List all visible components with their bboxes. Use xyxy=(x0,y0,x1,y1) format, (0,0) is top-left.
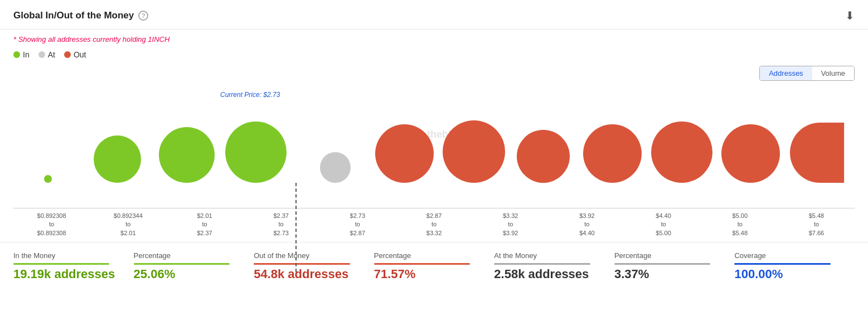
label-2-line3: $2.37 xyxy=(166,229,243,237)
bubble-col-5 xyxy=(370,85,439,183)
legend-at: At xyxy=(38,50,55,59)
bubble-6 xyxy=(443,120,505,183)
label-8-line3: $5.00 xyxy=(625,229,702,237)
label-10-line2: to xyxy=(778,220,855,229)
volume-button[interactable]: Volume xyxy=(812,66,854,80)
addresses-button[interactable]: Addresses xyxy=(759,66,812,81)
stat-in-pct-value: 25.06% xyxy=(134,267,254,281)
stat-in-money-value: 19.19k addresses xyxy=(13,267,134,281)
bubble-11 xyxy=(790,123,850,183)
bubble-col-10 xyxy=(716,85,785,183)
label-2: $2.01 to $2.37 xyxy=(166,212,243,237)
label-1-line2: to xyxy=(90,220,166,229)
bubble-1 xyxy=(94,135,141,183)
label-7-line2: to xyxy=(549,220,625,229)
stat-at-money: At the Money 2.58k addresses xyxy=(494,251,614,281)
bubble-5 xyxy=(375,124,434,183)
legend-at-label: At xyxy=(48,50,55,59)
label-6-line2: to xyxy=(472,220,549,229)
stat-out-pct-value: 71.57% xyxy=(374,267,494,281)
label-3-line1: $2.37 xyxy=(243,212,319,220)
bubble-col-2 xyxy=(152,85,221,183)
label-2-line1: $2.01 xyxy=(166,212,243,220)
label-4-line2: to xyxy=(319,220,396,229)
stats-section: In the Money 19.19k addresses Percentage… xyxy=(0,242,868,290)
bubble-7 xyxy=(517,130,570,183)
bubble-4 xyxy=(320,152,351,183)
bubble-col-7 xyxy=(508,85,578,183)
label-5-line1: $2.87 xyxy=(396,212,472,220)
stat-out-money-label: Out of the Money xyxy=(254,251,374,260)
stat-out-pct-label: Percentage xyxy=(374,251,494,260)
label-1-line1: $0.892344 xyxy=(90,212,166,220)
label-8-line1: $4.40 xyxy=(625,212,702,220)
label-8-line2: to xyxy=(625,220,702,229)
page-title: Global In/Out of the Money xyxy=(13,10,134,21)
stat-out-money-underline xyxy=(254,263,350,265)
label-10: $5.48 to $7.66 xyxy=(778,212,855,237)
header-left: Global In/Out of the Money ? xyxy=(13,10,148,21)
bubble-10 xyxy=(721,124,780,183)
bubble-col-1 xyxy=(83,85,152,183)
stat-out-pct: Percentage 71.57% xyxy=(374,251,494,281)
bubble-9 xyxy=(651,122,712,183)
label-5-line2: to xyxy=(396,220,472,229)
label-5-line3: $3.32 xyxy=(396,229,472,237)
stat-in-pct-underline xyxy=(134,263,230,265)
view-controls: Addresses Volume xyxy=(0,61,868,83)
toggle-button-group: Addresses Volume xyxy=(759,66,855,81)
bubble-8 xyxy=(583,124,642,183)
help-icon[interactable]: ? xyxy=(138,11,148,21)
label-0-line2: to xyxy=(13,220,90,229)
stat-at-money-underline xyxy=(494,263,590,265)
label-1: $0.892344 to $2.01 xyxy=(90,212,166,237)
stat-out-money: Out of the Money 54.8k addresses xyxy=(254,251,374,281)
bubble-2 xyxy=(159,127,215,183)
stat-out-money-value: 54.8k addresses xyxy=(254,267,374,281)
chart-area: Current Price: $2.73 ■ intotheblock xyxy=(0,85,868,208)
label-7-line3: $4.40 xyxy=(549,229,625,237)
labels-row: $0.892308 to $0.892308 $0.892344 to $2.0… xyxy=(0,208,868,237)
stat-in-money-label: In the Money xyxy=(13,251,134,260)
stat-coverage-label: Coverage xyxy=(734,251,855,260)
label-0-line1: $0.892308 xyxy=(13,212,90,220)
legend-in-label: In xyxy=(23,50,30,59)
label-8: $4.40 to $5.00 xyxy=(625,212,702,237)
bubble-col-0 xyxy=(13,85,83,183)
stat-coverage-value: 100.00% xyxy=(734,267,855,281)
label-0-line3: $0.892308 xyxy=(13,229,90,237)
legend-at-dot xyxy=(38,51,45,58)
stat-at-pct-value: 3.37% xyxy=(614,267,735,281)
label-3-line3: $2.73 xyxy=(243,229,319,237)
label-4: $2.73 to $2.87 xyxy=(319,212,396,237)
stat-in-money-underline xyxy=(13,263,109,265)
label-0: $0.892308 to $0.892308 xyxy=(13,212,90,237)
legend-in: In xyxy=(13,50,30,59)
legend-out-label: Out xyxy=(74,50,86,59)
stat-at-pct: Percentage 3.37% xyxy=(614,251,735,281)
label-7-line1: $3.92 xyxy=(549,212,625,220)
label-2-line2: to xyxy=(166,220,243,229)
bubble-col-9 xyxy=(647,85,716,183)
stat-in-pct-label: Percentage xyxy=(134,251,254,260)
bubble-col-8 xyxy=(578,85,647,183)
stat-coverage: Coverage 100.00% xyxy=(734,251,855,281)
stat-at-pct-label: Percentage xyxy=(614,251,735,260)
stat-at-money-value: 2.58k addresses xyxy=(494,267,614,281)
download-icon[interactable]: ⬇ xyxy=(845,9,855,22)
label-1-line3: $2.01 xyxy=(90,229,166,237)
bubble-col-4 xyxy=(300,85,370,183)
bubble-col-3 xyxy=(221,85,290,183)
stat-coverage-underline xyxy=(734,263,830,265)
bubble-col-11 xyxy=(785,85,855,183)
label-7: $3.92 to $4.40 xyxy=(549,212,625,237)
label-5: $2.87 to $3.32 xyxy=(396,212,472,237)
label-9: $5.00 to $5.48 xyxy=(702,212,778,237)
stat-at-money-label: At the Money xyxy=(494,251,614,260)
label-10-line3: $7.66 xyxy=(778,229,855,237)
bubble-3 xyxy=(225,122,287,183)
divider-line xyxy=(295,183,297,272)
label-9-line2: to xyxy=(702,220,778,229)
legend: In At Out xyxy=(0,46,868,61)
bubble-col-6 xyxy=(439,85,508,183)
